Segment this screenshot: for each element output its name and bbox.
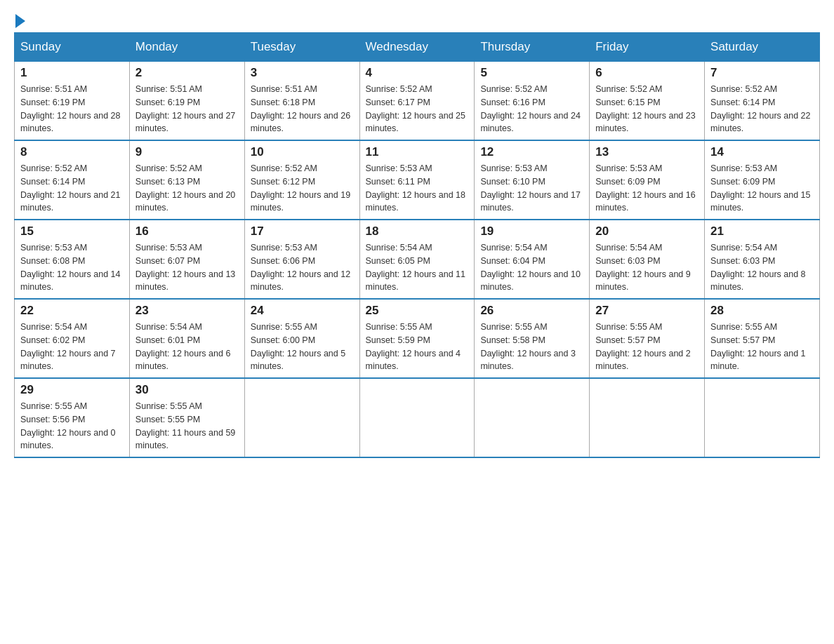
day-number: 23	[135, 304, 239, 318]
column-header-monday: Monday	[129, 33, 244, 62]
day-cell-30: 30Sunrise: 5:55 AMSunset: 5:55 PMDayligh…	[129, 378, 244, 457]
day-number: 10	[251, 145, 354, 159]
empty-cell	[705, 378, 820, 457]
day-info: Sunrise: 5:52 AMSunset: 6:14 PMDaylight:…	[20, 162, 124, 215]
day-info: Sunrise: 5:52 AMSunset: 6:12 PMDaylight:…	[251, 162, 354, 215]
empty-cell	[244, 378, 359, 457]
day-info: Sunrise: 5:51 AMSunset: 6:18 PMDaylight:…	[251, 83, 354, 135]
day-info: Sunrise: 5:51 AMSunset: 6:19 PMDaylight:…	[135, 83, 239, 135]
day-cell-24: 24Sunrise: 5:55 AMSunset: 6:00 PMDayligh…	[244, 299, 359, 378]
day-info: Sunrise: 5:53 AMSunset: 6:08 PMDaylight:…	[20, 241, 124, 294]
day-cell-28: 28Sunrise: 5:55 AMSunset: 5:57 PMDayligh…	[705, 299, 820, 378]
empty-cell	[475, 378, 590, 457]
empty-cell	[590, 378, 705, 457]
column-header-wednesday: Wednesday	[359, 33, 475, 62]
day-number: 14	[710, 145, 814, 159]
day-info: Sunrise: 5:55 AMSunset: 5:57 PMDaylight:…	[595, 321, 699, 373]
day-cell-29: 29Sunrise: 5:55 AMSunset: 5:56 PMDayligh…	[15, 378, 130, 457]
day-number: 25	[366, 304, 469, 318]
day-info: Sunrise: 5:52 AMSunset: 6:14 PMDaylight:…	[710, 83, 814, 135]
day-cell-21: 21Sunrise: 5:54 AMSunset: 6:03 PMDayligh…	[705, 220, 820, 299]
calendar-header-row: SundayMondayTuesdayWednesdayThursdayFrid…	[15, 33, 820, 62]
day-info: Sunrise: 5:55 AMSunset: 5:55 PMDaylight:…	[135, 400, 239, 452]
day-cell-6: 6Sunrise: 5:52 AMSunset: 6:15 PMDaylight…	[590, 62, 705, 141]
day-info: Sunrise: 5:55 AMSunset: 5:57 PMDaylight:…	[710, 321, 814, 373]
day-number: 18	[366, 224, 469, 239]
day-info: Sunrise: 5:55 AMSunset: 5:56 PMDaylight:…	[20, 400, 124, 452]
day-cell-14: 14Sunrise: 5:53 AMSunset: 6:09 PMDayligh…	[705, 140, 820, 220]
day-cell-7: 7Sunrise: 5:52 AMSunset: 6:14 PMDaylight…	[705, 62, 820, 141]
column-header-tuesday: Tuesday	[244, 33, 359, 62]
column-header-sunday: Sunday	[15, 33, 130, 62]
day-info: Sunrise: 5:53 AMSunset: 6:10 PMDaylight:…	[480, 162, 583, 215]
day-cell-25: 25Sunrise: 5:55 AMSunset: 5:59 PMDayligh…	[359, 299, 475, 378]
column-header-saturday: Saturday	[705, 33, 820, 62]
day-cell-5: 5Sunrise: 5:52 AMSunset: 6:16 PMDaylight…	[475, 62, 590, 141]
day-info: Sunrise: 5:52 AMSunset: 6:13 PMDaylight:…	[135, 162, 239, 215]
day-cell-12: 12Sunrise: 5:53 AMSunset: 6:10 PMDayligh…	[475, 140, 590, 220]
day-info: Sunrise: 5:54 AMSunset: 6:03 PMDaylight:…	[710, 241, 814, 294]
day-number: 17	[251, 224, 354, 239]
logo-blue-container	[14, 14, 25, 25]
day-cell-1: 1Sunrise: 5:51 AMSunset: 6:19 PMDaylight…	[15, 62, 130, 141]
day-info: Sunrise: 5:54 AMSunset: 6:02 PMDaylight:…	[20, 321, 124, 373]
day-info: Sunrise: 5:53 AMSunset: 6:09 PMDaylight:…	[595, 162, 699, 215]
day-number: 12	[480, 145, 583, 159]
day-cell-20: 20Sunrise: 5:54 AMSunset: 6:03 PMDayligh…	[590, 220, 705, 299]
day-info: Sunrise: 5:52 AMSunset: 6:15 PMDaylight:…	[595, 83, 699, 135]
day-info: Sunrise: 5:54 AMSunset: 6:05 PMDaylight:…	[366, 241, 469, 294]
day-cell-17: 17Sunrise: 5:53 AMSunset: 6:06 PMDayligh…	[244, 220, 359, 299]
day-cell-8: 8Sunrise: 5:52 AMSunset: 6:14 PMDaylight…	[15, 140, 130, 220]
day-number: 1	[20, 66, 124, 80]
day-number: 21	[710, 224, 814, 239]
day-number: 9	[135, 145, 239, 159]
day-cell-22: 22Sunrise: 5:54 AMSunset: 6:02 PMDayligh…	[15, 299, 130, 378]
day-cell-9: 9Sunrise: 5:52 AMSunset: 6:13 PMDaylight…	[129, 140, 244, 220]
column-header-friday: Friday	[590, 33, 705, 62]
page-header	[14, 14, 820, 25]
calendar-table: SundayMondayTuesdayWednesdayThursdayFrid…	[14, 32, 820, 458]
day-number: 20	[595, 224, 699, 239]
day-info: Sunrise: 5:54 AMSunset: 6:03 PMDaylight:…	[595, 241, 699, 294]
day-info: Sunrise: 5:53 AMSunset: 6:06 PMDaylight:…	[251, 241, 354, 294]
day-cell-10: 10Sunrise: 5:52 AMSunset: 6:12 PMDayligh…	[244, 140, 359, 220]
day-number: 27	[595, 304, 699, 318]
day-number: 8	[20, 145, 124, 159]
day-info: Sunrise: 5:53 AMSunset: 6:07 PMDaylight:…	[135, 241, 239, 294]
day-info: Sunrise: 5:55 AMSunset: 5:59 PMDaylight:…	[366, 321, 469, 373]
column-header-thursday: Thursday	[475, 33, 590, 62]
day-number: 13	[595, 145, 699, 159]
day-number: 7	[710, 66, 814, 80]
day-cell-23: 23Sunrise: 5:54 AMSunset: 6:01 PMDayligh…	[129, 299, 244, 378]
day-cell-4: 4Sunrise: 5:52 AMSunset: 6:17 PMDaylight…	[359, 62, 475, 141]
logo-triangle-icon	[15, 14, 25, 28]
logo	[14, 14, 25, 25]
week-row-3: 15Sunrise: 5:53 AMSunset: 6:08 PMDayligh…	[15, 220, 820, 299]
day-cell-18: 18Sunrise: 5:54 AMSunset: 6:05 PMDayligh…	[359, 220, 475, 299]
day-number: 3	[251, 66, 354, 80]
day-number: 28	[710, 304, 814, 318]
day-info: Sunrise: 5:53 AMSunset: 6:09 PMDaylight:…	[710, 162, 814, 215]
day-info: Sunrise: 5:53 AMSunset: 6:11 PMDaylight:…	[366, 162, 469, 215]
day-number: 2	[135, 66, 239, 80]
day-cell-2: 2Sunrise: 5:51 AMSunset: 6:19 PMDaylight…	[129, 62, 244, 141]
day-number: 15	[20, 224, 124, 239]
week-row-2: 8Sunrise: 5:52 AMSunset: 6:14 PMDaylight…	[15, 140, 820, 220]
day-cell-15: 15Sunrise: 5:53 AMSunset: 6:08 PMDayligh…	[15, 220, 130, 299]
day-cell-3: 3Sunrise: 5:51 AMSunset: 6:18 PMDaylight…	[244, 62, 359, 141]
day-info: Sunrise: 5:55 AMSunset: 5:58 PMDaylight:…	[480, 321, 583, 373]
day-cell-11: 11Sunrise: 5:53 AMSunset: 6:11 PMDayligh…	[359, 140, 475, 220]
day-info: Sunrise: 5:52 AMSunset: 6:17 PMDaylight:…	[366, 83, 469, 135]
day-number: 11	[366, 145, 469, 159]
day-number: 29	[20, 383, 124, 397]
day-info: Sunrise: 5:54 AMSunset: 6:04 PMDaylight:…	[480, 241, 583, 294]
day-number: 4	[366, 66, 469, 80]
day-number: 26	[480, 304, 583, 318]
week-row-1: 1Sunrise: 5:51 AMSunset: 6:19 PMDaylight…	[15, 62, 820, 141]
day-info: Sunrise: 5:51 AMSunset: 6:19 PMDaylight:…	[20, 83, 124, 135]
day-cell-27: 27Sunrise: 5:55 AMSunset: 5:57 PMDayligh…	[590, 299, 705, 378]
week-row-5: 29Sunrise: 5:55 AMSunset: 5:56 PMDayligh…	[15, 378, 820, 457]
day-number: 30	[135, 383, 239, 397]
day-cell-19: 19Sunrise: 5:54 AMSunset: 6:04 PMDayligh…	[475, 220, 590, 299]
day-number: 19	[480, 224, 583, 239]
